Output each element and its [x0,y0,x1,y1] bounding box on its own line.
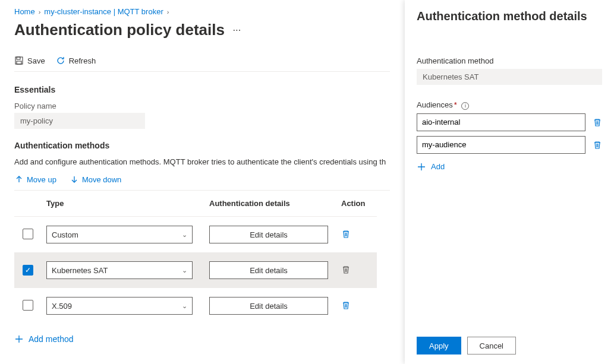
column-auth: Authentication details [209,199,341,208]
table-row: Custom ⌄ Edit details [14,217,377,252]
move-down-button[interactable]: Move down [70,175,121,184]
policy-name-value: my-policy [14,113,145,129]
audience-row [417,113,602,131]
add-method-label: Add method [29,334,74,344]
chevron-down-icon: ⌄ [182,231,187,239]
table-header: Type Authentication details Action [14,191,377,217]
row-checkbox[interactable] [23,265,33,276]
refresh-button[interactable]: Refresh [56,56,96,65]
add-audience-label: Add [431,162,445,171]
svg-rect-2 [17,61,21,64]
page-title: Authentication policy details [14,21,225,39]
plus-icon [417,162,426,172]
chevron-right-icon: › [39,8,41,15]
cancel-button[interactable]: Cancel [467,337,516,354]
type-select[interactable]: Kubernetes SAT ⌄ [46,261,193,279]
save-icon [14,56,24,65]
trash-icon[interactable] [341,265,351,274]
add-audience-button[interactable]: Add [417,162,602,172]
refresh-icon [56,56,65,65]
audience-input[interactable] [417,113,585,131]
refresh-label: Refresh [69,56,96,65]
table-row: X.509 ⌄ Edit details [14,288,377,324]
required-indicator: * [454,100,457,109]
edit-details-button[interactable]: Edit details [209,226,328,243]
row-checkbox[interactable] [23,300,33,311]
arrow-up-icon [14,175,24,184]
essentials-heading: Essentials [14,85,390,94]
more-actions-button[interactable]: ··· [233,26,241,34]
edit-details-button[interactable]: Edit details [209,261,328,279]
breadcrumb-cluster[interactable]: my-cluster-instance | MQTT broker [44,7,163,16]
trash-icon[interactable] [341,300,351,310]
column-type: Type [46,199,209,208]
toolbar: Save Refresh [14,56,390,72]
table-row: Kubernetes SAT ⌄ Edit details [14,252,377,288]
trash-icon[interactable] [593,140,602,150]
methods-table: Type Authentication details Action Custo… [14,191,377,324]
move-up-label: Move up [27,175,56,184]
save-label: Save [27,56,45,65]
move-controls: Move up Move down [14,175,390,191]
method-label: Authentication method [417,56,602,65]
column-action: Action [341,199,377,208]
method-value: Kubernetes SAT [417,69,602,85]
trash-icon[interactable] [341,229,351,239]
methods-heading: Authentication methods [14,141,390,150]
breadcrumb-home[interactable]: Home [14,7,35,16]
panel-footer: Apply Cancel [417,337,602,354]
add-method-button[interactable]: Add method [14,334,74,344]
page-title-row: Authentication policy details ··· [14,21,390,39]
details-side-panel: Authentication method details Authentica… [405,0,614,364]
type-select[interactable]: Custom ⌄ [46,226,193,243]
breadcrumb: Home › my-cluster-instance | MQTT broker… [14,7,390,16]
audience-row [417,136,602,154]
trash-icon[interactable] [593,118,602,127]
chevron-down-icon: ⌄ [182,267,187,274]
type-value: Kubernetes SAT [52,266,108,275]
arrow-down-icon [70,175,79,184]
edit-details-button[interactable]: Edit details [209,297,328,315]
move-down-label: Move down [82,175,121,184]
type-value: X.509 [52,302,72,311]
type-value: Custom [52,230,78,239]
apply-button[interactable]: Apply [417,337,461,354]
panel-title: Authentication method details [417,10,602,23]
move-up-button[interactable]: Move up [14,175,56,184]
row-checkbox[interactable] [23,229,33,239]
policy-name-label: Policy name [14,102,390,110]
audience-input[interactable] [417,136,585,154]
svg-rect-1 [17,57,20,59]
chevron-down-icon: ⌄ [182,302,187,310]
type-select[interactable]: X.509 ⌄ [46,297,193,315]
methods-description: Add and configure authentication methods… [14,157,390,166]
plus-icon [14,334,24,344]
chevron-right-icon: › [167,8,169,15]
save-button[interactable]: Save [14,56,45,65]
audiences-label: Audiences* i [417,100,602,110]
info-icon[interactable]: i [461,102,469,110]
